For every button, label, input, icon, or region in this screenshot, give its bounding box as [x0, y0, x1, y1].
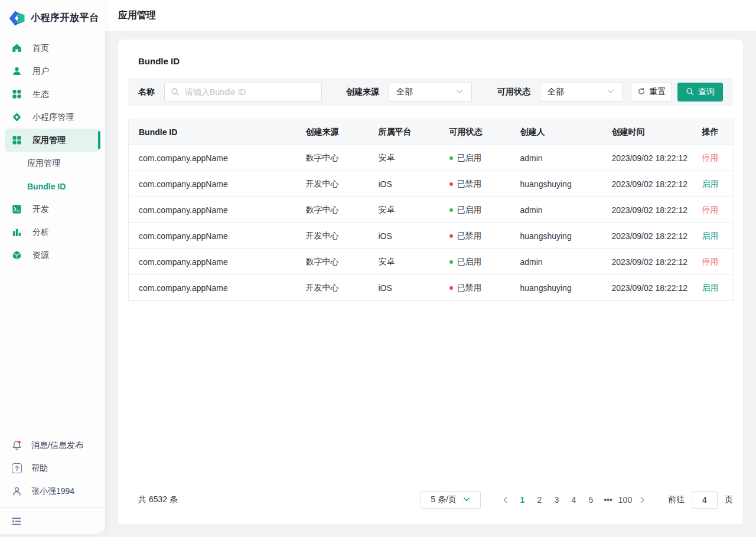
cell-bundle-id: com.company.appName — [129, 197, 306, 223]
bundle-id-search-input[interactable] — [185, 87, 315, 97]
cell-platform: iOS — [379, 223, 449, 249]
status-badge: 已启用 — [449, 153, 482, 163]
sidebar-item-analytics[interactable]: 分析 — [0, 221, 105, 244]
sidebar-item-app-management[interactable]: 应用管理 — [5, 129, 100, 152]
sidebar-menu: 首页 用户 生态 小程序管理 应用管理 应 — [0, 37, 105, 267]
user-icon — [12, 66, 22, 76]
sidebar-item-messages[interactable]: 消息/信息发布 — [0, 434, 105, 457]
reset-button[interactable]: 重置 — [631, 83, 672, 101]
sidebar-item-miniprogram[interactable]: 小程序管理 — [0, 106, 105, 129]
next-page-icon[interactable] — [634, 496, 650, 504]
page-number-3[interactable]: 3 — [548, 495, 565, 505]
goto-page-input[interactable] — [692, 491, 718, 509]
cell-source: 开发中心 — [306, 275, 379, 301]
cell-bundle-id: com.company.appName — [129, 223, 306, 249]
card-title: Bundle ID — [118, 40, 743, 66]
cell-creator: admin — [520, 197, 612, 223]
page-title: 应用管理 — [118, 0, 156, 31]
status-dot-disabled — [449, 286, 453, 290]
collapse-sidebar-button[interactable] — [0, 508, 105, 534]
disable-action-link[interactable]: 停用 — [702, 257, 719, 266]
sidebar-item-resources[interactable]: 资源 — [0, 244, 105, 267]
query-button[interactable]: 查询 — [677, 83, 723, 101]
sidebar-item-home[interactable]: 首页 — [0, 37, 105, 60]
enable-action-link[interactable]: 启用 — [702, 231, 719, 240]
sidebar-item-users[interactable]: 用户 — [0, 60, 105, 83]
cell-source: 数字中心 — [306, 145, 379, 171]
page-number-2[interactable]: 2 — [531, 495, 548, 505]
status-dot-disabled — [449, 234, 453, 238]
collapse-menu-icon — [11, 517, 22, 526]
table-row: com.company.appName 开发中心 iOS 已禁用 huangsh… — [129, 275, 734, 301]
page-ellipsis[interactable]: ••• — [599, 495, 617, 505]
chevron-down-icon — [607, 87, 617, 97]
page-size-select[interactable]: 5 条/页 — [421, 491, 481, 509]
sidebar-item-account[interactable]: 张小强1994 — [0, 480, 105, 503]
bundle-id-search-box[interactable] — [164, 83, 322, 101]
page-size-value: 5 条/页 — [431, 495, 457, 505]
status-select[interactable]: 全部 — [540, 83, 623, 101]
cell-created-at: 2023/09/02 18:22:12 — [612, 145, 702, 171]
bell-icon — [12, 440, 22, 450]
sidebar-item-help[interactable]: ? 帮助 — [0, 457, 105, 480]
status-badge: 已启用 — [449, 257, 482, 267]
col-created-at: 创建时间 — [612, 119, 702, 145]
prev-page-icon[interactable] — [497, 496, 514, 504]
home-icon — [12, 43, 22, 53]
cell-source: 开发中心 — [306, 223, 379, 249]
enable-action-link[interactable]: 启用 — [702, 179, 719, 188]
page-unit-label: 页 — [725, 495, 733, 505]
cell-source: 开发中心 — [306, 171, 379, 197]
cell-created-at: 2023/09/02 18:22:12 — [612, 275, 702, 301]
source-select[interactable]: 全部 — [389, 83, 472, 101]
search-icon — [686, 87, 694, 97]
refresh-icon — [637, 87, 646, 97]
reset-button-label: 重置 — [650, 87, 666, 97]
page-number-100[interactable]: 100 — [617, 495, 634, 505]
disable-action-link[interactable]: 停用 — [702, 153, 719, 162]
page-number-5[interactable]: 5 — [582, 495, 599, 505]
diamond-icon — [12, 112, 22, 122]
query-button-label: 查询 — [698, 87, 715, 97]
cell-source: 数字中心 — [306, 249, 379, 275]
search-icon — [171, 87, 181, 97]
status-dot-enabled — [449, 208, 453, 212]
col-creator: 创建人 — [520, 119, 612, 145]
cell-creator: huangshuying — [520, 275, 612, 301]
cell-creator: huangshuying — [520, 171, 612, 197]
sidebar-item-ecosystem[interactable]: 生态 — [0, 83, 105, 106]
goto-page-label: 前往 — [668, 495, 685, 505]
resource-cube-icon — [12, 250, 22, 260]
sidebar-subitem-bundle-id[interactable]: Bundle ID — [0, 175, 105, 198]
col-actions: 操作 — [702, 119, 734, 145]
page-number-1[interactable]: 1 — [514, 495, 531, 505]
disable-action-link[interactable]: 停用 — [702, 205, 719, 214]
status-badge: 已禁用 — [449, 179, 482, 189]
cell-platform: iOS — [379, 171, 449, 197]
name-filter-label: 名称 — [138, 87, 155, 97]
sidebar-item-develop[interactable]: 开发 — [0, 198, 105, 221]
table-row: com.company.appName 数字中心 安卓 已启用 admin 20… — [129, 249, 734, 275]
help-icon: ? — [12, 463, 22, 473]
cell-created-at: 2023/09/02 18:22:12 — [612, 197, 702, 223]
table-row: com.company.appName 开发中心 iOS 已禁用 huangsh… — [129, 171, 734, 197]
status-dot-enabled — [449, 156, 453, 160]
source-filter-label: 创建来源 — [346, 87, 379, 97]
apps-grid-icon — [12, 135, 22, 145]
status-select-value: 全部 — [548, 87, 564, 97]
cell-platform: 安卓 — [379, 145, 449, 171]
sidebar-subitem-app-management[interactable]: 应用管理 — [0, 152, 105, 175]
cell-bundle-id: com.company.appName — [129, 171, 306, 197]
content-card: Bundle ID 名称 创建来源 全部 可用状态 全部 — [118, 40, 743, 524]
cell-bundle-id: com.company.appName — [129, 275, 306, 301]
table-header-row: Bundle ID 创建来源 所属平台 可用状态 创建人 创建时间 操作 — [129, 119, 734, 145]
table-row: com.company.appName 数字中心 安卓 已启用 admin 20… — [129, 197, 734, 223]
bundle-table: Bundle ID 创建来源 所属平台 可用状态 创建人 创建时间 操作 com… — [128, 119, 734, 301]
page-number-4[interactable]: 4 — [565, 495, 582, 505]
ecosystem-icon — [12, 89, 22, 99]
cell-creator: huangshuying — [520, 223, 612, 249]
enable-action-link[interactable]: 启用 — [702, 283, 719, 292]
cell-creator: admin — [520, 145, 612, 171]
cell-platform: 安卓 — [379, 197, 449, 223]
cell-bundle-id: com.company.appName — [129, 249, 306, 275]
